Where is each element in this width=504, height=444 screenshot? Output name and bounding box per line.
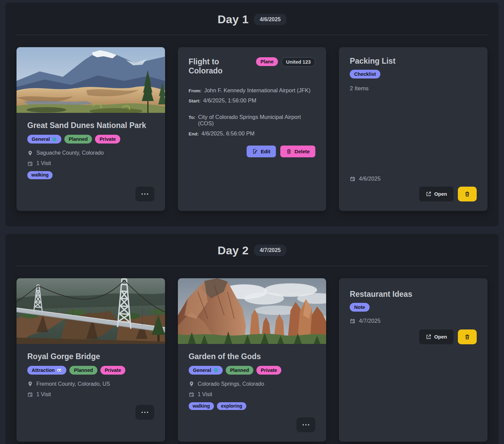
checklist-date-row: 4/6/2025 [350, 176, 477, 182]
note-date-row: 4/7/2025 [350, 318, 477, 324]
more-options-button[interactable] [296, 417, 315, 432]
ellipsis-icon [141, 193, 148, 195]
flight-title: Flight to Colorado [189, 57, 253, 75]
activity-tag: walking [189, 402, 214, 410]
transport-mode-tag: Plane [256, 57, 278, 66]
calendar-icon [350, 318, 355, 324]
great-sand-dunes-photo [17, 47, 165, 113]
activity-tags: walking exploring [189, 402, 316, 410]
category-tag: Attraction [27, 366, 66, 375]
visibility-tag: Private [256, 366, 281, 375]
location-text: Saguache County, Colorado [36, 150, 104, 156]
visibility-tag: Private [95, 135, 120, 144]
flight-start-value: 4/6/2025, 1:56:00 PM [203, 97, 256, 104]
tag-row: General Planned Private [189, 366, 316, 375]
edit-icon [252, 149, 258, 154]
flight-start-row: Start: 4/6/2025, 1:56:00 PM [189, 97, 316, 104]
flight-card: Flight to Colorado Plane United 123 From… [178, 47, 326, 211]
place-card-garden-of-the-gods: Garden of the Gods General Planned Priva… [178, 278, 326, 442]
checklist-badge: Checklist [350, 70, 380, 78]
visits-text: 1 Visit [36, 391, 51, 398]
note-card: Restaurant Ideas Note 4/7/2025 Open [339, 278, 487, 442]
note-badge: Note [350, 303, 369, 312]
day-title: Day 2 [218, 244, 249, 257]
edit-button[interactable]: Edit [247, 146, 276, 157]
flight-number-badge: United 123 [281, 57, 315, 67]
ellipsis-icon [141, 412, 148, 413]
calendar-icon [27, 391, 33, 397]
day-2-cards: Royal Gorge Bridge Attraction Planned Pr… [5, 278, 499, 442]
globe-icon [213, 368, 218, 373]
status-tag: Planned [64, 135, 92, 144]
external-link-icon [426, 191, 432, 197]
flight-end-value: 4/6/2025, 6:56:00 PM [201, 130, 255, 137]
trash-icon [464, 334, 470, 340]
visibility-tag: Private [100, 366, 125, 375]
calendar-icon [350, 176, 355, 182]
location-text: Colorado Springs, Colorado [198, 381, 264, 387]
place-card-royal-gorge-bridge: Royal Gorge Bridge Attraction Planned Pr… [17, 278, 165, 442]
checklist-title: Packing List [350, 57, 477, 66]
garden-of-the-gods-photo [178, 278, 326, 344]
day-date-badge: 4/7/2025 [254, 245, 286, 256]
flight-from-row: From: John F. Kennedy International Airp… [189, 87, 316, 94]
category-tag: General [189, 366, 223, 375]
calendar-icon [189, 391, 194, 397]
category-tag: General [27, 135, 61, 144]
open-button[interactable]: Open [419, 329, 453, 344]
note-date: 4/7/2025 [359, 318, 380, 324]
location-pin-icon [27, 150, 33, 156]
royal-gorge-bridge-photo [17, 278, 165, 344]
location-row: Fremont County, Colorado, US [27, 381, 154, 387]
delete-note-button[interactable] [458, 329, 477, 344]
tag-row: General Planned Private [27, 135, 154, 144]
activity-tags: walking [27, 171, 154, 179]
ellipsis-icon [303, 424, 309, 425]
place-title: Great Sand Dunes National Park [27, 121, 154, 130]
place-title: Royal Gorge Bridge [27, 352, 154, 361]
flight-end-row: End: 4/6/2025, 6:56:00 PM [189, 130, 316, 137]
day-1-header: Day 1 4/6/2025 [5, 3, 499, 26]
globe-icon [52, 137, 57, 142]
location-row: Saguache County, Colorado [27, 150, 154, 156]
place-card-great-sand-dunes: Great Sand Dunes National Park General P… [17, 47, 165, 211]
day-section-1: Day 1 4/6/2025 [5, 3, 499, 226]
visits-row: 1 Visit [189, 391, 316, 398]
trash-icon [464, 191, 470, 197]
visits-row: 1 Visit [27, 391, 154, 398]
place-title: Garden of the Gods [189, 352, 316, 361]
location-pin-icon [189, 381, 194, 387]
external-link-icon [426, 334, 432, 340]
visits-row: 1 Visit [27, 160, 154, 166]
activity-tag: walking [27, 171, 53, 179]
more-options-button[interactable] [135, 187, 154, 201]
location-text: Fremont County, Colorado, US [36, 381, 110, 387]
visits-text: 1 Visit [198, 391, 212, 398]
location-pin-icon [27, 381, 33, 387]
items-count: 2 Items [350, 85, 477, 92]
note-title: Restaurant Ideas [350, 290, 477, 299]
checklist-date: 4/6/2025 [359, 176, 380, 182]
day-title: Day 1 [218, 13, 249, 26]
day-date-badge: 4/6/2025 [254, 14, 286, 25]
status-tag: Planned [226, 366, 253, 375]
checklist-card: Packing List Checklist 2 Items 4/6/2025 … [339, 47, 487, 211]
day-section-2: Day 2 4/7/2025 [5, 234, 499, 444]
day-divider [16, 266, 488, 266]
trash-icon [286, 149, 292, 154]
tag-row: Attraction Planned Private [27, 366, 154, 375]
day-divider [16, 35, 488, 35]
delete-checklist-button[interactable] [458, 187, 477, 201]
day-1-cards: Great Sand Dunes National Park General P… [5, 47, 499, 211]
activity-tag: exploring [217, 402, 246, 410]
more-options-button[interactable] [135, 405, 154, 420]
delete-button[interactable]: Delete [280, 146, 315, 157]
flight-from-value: John F. Kennedy International Airport (J… [204, 87, 311, 94]
eyes-icon [57, 368, 62, 373]
flight-to-row: To: City of Colorado Springs Municipal A… [189, 114, 316, 127]
flight-to-value: City of Colorado Springs Municipal Airpo… [198, 114, 316, 127]
day-2-header: Day 2 4/7/2025 [5, 234, 499, 257]
visits-text: 1 Visit [36, 160, 51, 166]
open-button[interactable]: Open [419, 187, 453, 201]
location-row: Colorado Springs, Colorado [189, 381, 316, 387]
